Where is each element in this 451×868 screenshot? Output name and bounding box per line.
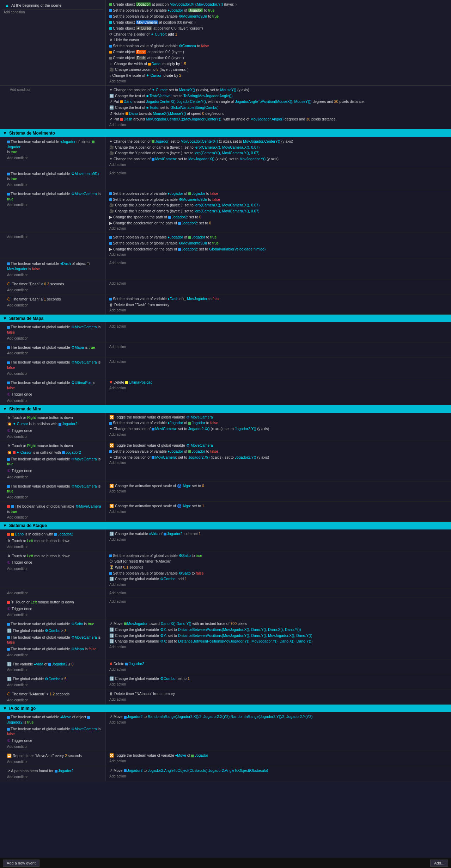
ia-cond-1: The boolean value of variable ♦Move of o… (0, 712, 106, 751)
add-action-ataque-7[interactable]: Add action (108, 682, 449, 687)
add-action-ataque-8[interactable]: Add action (108, 697, 449, 702)
add-cond-mapa-3[interactable]: Add condition (6, 371, 103, 376)
action-scale-cursor: ↕ Change the scale of ✦ Cursor: divide b… (108, 73, 449, 79)
mira-event-2: 🖱 Touch or Right mouse button is down 💥 … (0, 441, 451, 481)
add-cond-ia-3[interactable]: Add condition (6, 774, 103, 780)
add-cond-mira-3[interactable]: Add condition (6, 495, 103, 500)
add-action-1[interactable]: Add action (108, 122, 449, 128)
action-change-combo-add1: 🔢 Change the global variable ⚙Combo: add… (108, 576, 449, 582)
add-cond-ataque-7[interactable]: Add condition (6, 682, 103, 688)
add-action-mov-1[interactable]: Add action (108, 162, 449, 167)
add-action-mov-3[interactable]: Add action (108, 226, 449, 231)
section-header-ataque[interactable]: ▼ Sistema de Ataque (0, 522, 451, 529)
add-cond-mov-2[interactable]: Add condition (6, 182, 103, 187)
section-header-ia[interactable]: ▼ IA do Inimigo (0, 705, 451, 712)
cond-movecamera-false-ia: The boolean value of global variable ⚙Mo… (6, 726, 103, 737)
section-header-mapa[interactable]: ▼ Sistema de Mapa (0, 315, 451, 322)
action-change-zorder: ⟳ Change the z-order of ✦ Cursor: add 1 (108, 31, 449, 37)
add-cond-ataque-5[interactable]: Add condition (6, 652, 103, 658)
scene-triangle-icon: ▲ (5, 3, 9, 8)
ataque-actions-5: ↗ Move MovJogador toward Dano.X();Dano.Y… (106, 619, 451, 659)
cond-cursor-collision-jogador2-1: 💥 ✦ Cursor is in collision with Jogador2 (6, 421, 103, 427)
mov-cond-1: The boolean value of variable ♦Jogador o… (0, 137, 106, 169)
add-action-ataque-6[interactable]: Add action (108, 667, 449, 672)
cond-dash-false: The boolean value of variable ♦Dash of o… (6, 260, 103, 272)
add-cond-mapa-2[interactable]: Add condition (6, 351, 103, 356)
add-action-ia-3[interactable]: Add action (108, 774, 449, 779)
movimento-event-1: The boolean value of variable ♦Jogador o… (0, 137, 451, 169)
add-action-mapa-4[interactable]: Add action (108, 385, 449, 391)
add-cond-ataque-6[interactable]: Add condition (6, 667, 103, 672)
action-delete-timer-dash: 🗑 Delete timer "Dash" from memory (108, 302, 449, 308)
mapa-event-3: The boolean value of global variable ⚙Mo… (0, 358, 451, 378)
add-action-mapa-1[interactable]: Add action (108, 324, 449, 329)
add-action-ataque-3[interactable]: Add action (108, 590, 449, 596)
action-set-salto-true: Set the boolean value of global variable… (108, 553, 449, 559)
section-title-mira: Sistema de Mira (9, 407, 41, 411)
action-change-combo-set1: 🔢 Change the global variable ⚙Combo: set… (108, 676, 449, 682)
add-action-mira-3[interactable]: Add action (108, 489, 449, 494)
action-create-dano: Create object Dano at position 0:0 (laye… (108, 49, 449, 55)
add-action-ataque-5[interactable]: Add action (108, 644, 449, 650)
add-cond-mov-1[interactable]: Add condition (6, 155, 103, 161)
add-action-mov-6[interactable]: Add action (108, 281, 449, 286)
add-condition-scene[interactable]: Add condition (2, 10, 103, 15)
action-set-salto-false: Set the boolean value of global variable… (108, 570, 449, 576)
add-cond-ataque-2[interactable]: Add condition (6, 566, 103, 571)
add-cond-ia-1[interactable]: Add condition (6, 744, 103, 749)
add-action-ataque-4[interactable]: Add action (108, 599, 449, 604)
cond-right-mouse-down-2: 🖱 Touch or Right mouse button is down (6, 442, 103, 449)
add-action-ataque-2[interactable]: Add action (108, 582, 449, 587)
ataque-event-5: The boolean value of global variable ⚙Sa… (0, 619, 451, 659)
add-action-scene[interactable]: Add action (108, 79, 449, 84)
add-cond-ataque-4[interactable]: Add condition (6, 612, 103, 618)
action-change-accel-jogador2-2: ▶ Change the acceleration on the path of… (108, 246, 449, 252)
add-new-event-button[interactable]: Add a new event (3, 860, 39, 867)
section-header-mira[interactable]: ▼ Sistema de Mira (0, 405, 451, 413)
ataque-actions-7: 🔢 Change the global variable ⚙Combo: set… (106, 674, 451, 689)
ataque-actions-1: 🔢 Change the variable ♦Vida of Jogador2:… (106, 529, 451, 551)
mapa-actions-1: Add action (106, 322, 451, 342)
add-cond-mov-3[interactable]: Add condition (6, 202, 103, 207)
add-cond-ataque-3[interactable]: Add condition (6, 590, 103, 596)
add-cond-mira-4[interactable]: Add condition (6, 515, 103, 520)
action-set-movimento9dir-true: Set the boolean value of global variable… (108, 240, 449, 246)
add-action-ataque-1[interactable]: Add action (108, 537, 449, 542)
section-header-movimento[interactable]: ▼ Sistema de Movimento (0, 129, 451, 137)
add-cond-mov-6[interactable]: Add condition (6, 287, 103, 293)
mov-actions-5: Add action (106, 259, 451, 279)
add-action-mapa-3[interactable]: Add action (108, 359, 449, 364)
add-cond-ataque-1[interactable]: Add condition (6, 544, 103, 550)
add-cond-mira-1[interactable]: Add condition (6, 434, 103, 439)
action-change-pos-movicamera-mira-1: ✦ Change the position of MoviCamera: set… (108, 426, 449, 432)
add-cond-mapa-1[interactable]: Add condition (6, 336, 103, 341)
section-title-movimento: Sistema de Movimento (9, 131, 55, 136)
add-action-ia-1[interactable]: Add action (108, 720, 449, 725)
action-create-dash: Create object Dash at position 0:0 (laye… (108, 55, 449, 61)
action-change-width-dano: ↔ Change the width of Dano: multiply by … (108, 61, 449, 67)
add-action-mov-5[interactable]: Add action (108, 260, 449, 266)
add-action-mov-2[interactable]: Add action (108, 170, 449, 176)
add-cond-mov-7[interactable]: Add condition (6, 303, 103, 308)
add-action-mov-7[interactable]: Add action (108, 308, 449, 313)
add-cond-mapa-4[interactable]: Add condition (6, 398, 103, 403)
add-action-mira-2[interactable]: Add action (108, 460, 449, 465)
movimento-event-2: The boolean value of global variable ⚙Mo… (0, 169, 451, 189)
add-cond-mov-5[interactable]: Add condition (6, 272, 103, 278)
add-cond-ataque-8[interactable]: Add condition (6, 698, 103, 703)
add-condition-1[interactable]: Add condition (8, 87, 103, 92)
scene-conditions: ▲ At the beginning of the scene Add cond… (0, 0, 106, 85)
add-cond-ia-2[interactable]: Add condition (6, 759, 103, 764)
add-action-mapa-2[interactable]: Add action (108, 344, 449, 349)
add-action-mira-4[interactable]: Add action (108, 509, 449, 514)
action-put-dash: ↗ Put Dash around MovJogador.CenterX();M… (108, 116, 449, 122)
ataque-cond-8: ⏱ The timer "NAtacou" > 1.2 seconds Add … (0, 689, 106, 704)
action-create-movicamera: Create object MoviCamera at position 0:0… (108, 19, 449, 25)
section-title-mapa: Sistema de Mapa (9, 316, 43, 321)
add-cond-mira-2[interactable]: Add condition (6, 475, 103, 480)
add-action-button[interactable]: Add... (430, 860, 448, 867)
add-action-ia-2[interactable]: Add action (108, 758, 449, 764)
add-action-mira-1[interactable]: Add action (108, 432, 449, 437)
add-cond-mov-4[interactable]: Add condition (6, 234, 103, 240)
add-action-mov-4[interactable]: Add action (108, 252, 449, 257)
